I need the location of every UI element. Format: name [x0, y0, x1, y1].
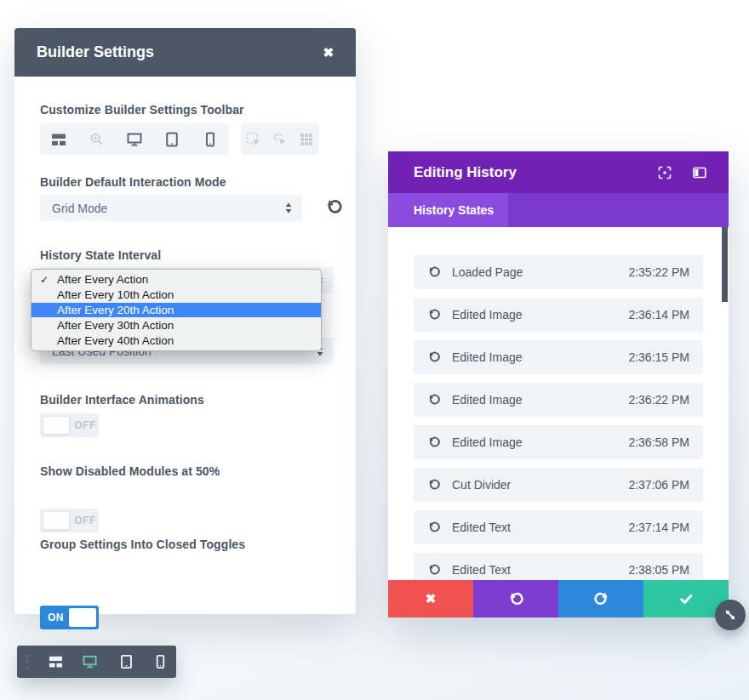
history-item-time: 2:37:06 PM [628, 478, 689, 492]
history-item-time: 2:35:22 PM [628, 265, 689, 279]
dropdown-option[interactable]: After Every 40th Action [31, 333, 321, 348]
click-mode-icon[interactable] [270, 129, 290, 150]
undo-icon [427, 435, 441, 449]
history-item[interactable]: Edited Text 2:38:05 PM [414, 553, 703, 580]
history-footer-actions: ✖ [388, 580, 729, 617]
history-item[interactable]: Edited Image 2:36:22 PM [414, 383, 703, 417]
animations-toggle-label: Builder Interface Animations [40, 393, 204, 407]
hover-mode-icon[interactable] [243, 129, 264, 150]
animations-toggle[interactable]: OFF [40, 413, 99, 437]
zoom-icon[interactable] [87, 129, 107, 150]
group-settings-toggle-label: Group Settings Into Closed Toggles [40, 538, 245, 551]
builder-settings-title: Builder Settings [37, 43, 154, 61]
history-item-time: 2:36:58 PM [628, 435, 689, 449]
dropdown-option[interactable]: ✓ After Every Action [31, 272, 321, 287]
discard-history-button[interactable]: ✖ [388, 580, 473, 617]
reset-interaction-mode-button[interactable] [325, 198, 343, 216]
history-item-label: Edited Image [452, 350, 523, 364]
expand-icon[interactable] [658, 166, 672, 179]
history-item[interactable]: Loaded Page 2:35:22 PM [414, 255, 703, 289]
interaction-mode-select[interactable]: Grid Mode [40, 195, 302, 221]
scrollbar-thumb[interactable] [722, 227, 728, 302]
tab-history-states[interactable]: History States [388, 193, 508, 227]
undo-icon [508, 591, 524, 607]
desktop-view-icon[interactable] [124, 129, 145, 150]
close-icon[interactable]: ✖ [323, 45, 334, 60]
redo-icon [593, 591, 609, 607]
history-item-label: Edited Text [452, 563, 511, 577]
check-icon [678, 591, 694, 606]
disabled-modules-toggle-label: Show Disabled Modules at 50% [40, 464, 220, 478]
editing-history-panel: Editing History History States Loaded Pa… [388, 151, 729, 617]
builder-settings-modal: Builder Settings ✖ Customize Builder Set… [14, 28, 356, 614]
history-item[interactable]: Edited Text 2:37:14 PM [414, 510, 703, 544]
toggle-state-label: OFF [71, 509, 99, 532]
toolbar-icon-group-1 [40, 123, 229, 155]
resize-panel-button[interactable] [715, 600, 746, 630]
responsive-preview-toolbar [17, 646, 176, 678]
tablet-view-icon[interactable] [119, 655, 134, 669]
toggle-knob [43, 416, 70, 435]
wireframe-view-icon[interactable] [49, 655, 63, 669]
phone-view-icon[interactable] [153, 655, 168, 669]
history-item-label: Loaded Page [452, 265, 523, 279]
editing-history-tabbar: History States [388, 193, 729, 227]
undo-icon [427, 521, 441, 534]
dropdown-option-highlighted[interactable]: After Every 20th Action [31, 303, 321, 318]
grid-mode-icon[interactable] [296, 129, 317, 150]
group-settings-toggle[interactable]: ON [40, 606, 99, 629]
history-item[interactable]: Edited Image 2:36:14 PM [414, 298, 703, 332]
history-item-time: 2:36:15 PM [628, 350, 689, 364]
history-item-time: 2:38:05 PM [628, 563, 689, 577]
builder-settings-header[interactable]: Builder Settings ✖ [14, 28, 356, 77]
close-icon: ✖ [426, 591, 437, 606]
history-item-time: 2:37:14 PM [628, 521, 689, 534]
history-item-label: Edited Text [452, 521, 511, 534]
check-icon: ✓ [40, 274, 49, 286]
drag-handle-icon[interactable] [24, 653, 31, 670]
history-item-label: Edited Image [452, 393, 523, 407]
dropdown-option[interactable]: After Every 10th Action [31, 287, 321, 303]
tablet-view-icon[interactable] [162, 129, 182, 150]
history-interval-label: History State Interval [40, 248, 161, 262]
undo-icon [427, 308, 441, 322]
editing-history-header[interactable]: Editing History [388, 151, 729, 193]
undo-icon [427, 478, 441, 492]
disabled-modules-toggle[interactable]: OFF [40, 509, 99, 532]
interaction-mode-label: Builder Default Interaction Mode [40, 175, 226, 189]
history-item[interactable]: Edited Image 2:36:15 PM [414, 340, 703, 374]
history-item[interactable]: Edited Image 2:36:58 PM [414, 425, 703, 459]
wireframe-view-icon[interactable] [49, 129, 69, 150]
toolbar-section-label: Customize Builder Settings Toolbar [40, 103, 244, 117]
history-item-time: 2:36:22 PM [628, 393, 689, 407]
history-interval-dropdown: ✓ After Every Action After Every 10th Ac… [31, 269, 322, 351]
dropdown-option[interactable]: After Every 30th Action [31, 317, 321, 333]
history-item-time: 2:36:14 PM [628, 308, 689, 322]
undo-button[interactable] [473, 580, 558, 617]
history-states-list: Loaded Page 2:35:22 PM Edited Image 2:36… [388, 227, 729, 580]
desktop-view-icon-active[interactable] [83, 655, 97, 669]
toggle-knob [69, 608, 96, 627]
toggle-state-label: ON [40, 606, 71, 629]
toggle-state-label: OFF [71, 413, 99, 437]
interaction-mode-value: Grid Mode [52, 202, 107, 215]
redo-button[interactable] [558, 580, 643, 617]
history-item[interactable]: Cut Divider 2:37:06 PM [414, 468, 703, 502]
dock-right-icon[interactable] [693, 166, 706, 179]
undo-icon [427, 265, 441, 279]
history-item-label: Cut Divider [452, 478, 511, 492]
resize-diagonal-icon [723, 608, 737, 622]
stepper-icon [285, 202, 292, 213]
divi-builder-screen: Builder Settings ✖ Customize Builder Set… [0, 0, 749, 700]
toolbar-icon-group-2 [241, 123, 319, 155]
history-item-label: Edited Image [452, 308, 523, 322]
undo-icon [427, 350, 441, 364]
toggle-knob [43, 511, 70, 530]
phone-view-icon[interactable] [200, 129, 220, 150]
editing-history-title: Editing History [414, 164, 517, 181]
undo-icon [427, 393, 441, 407]
history-item-label: Edited Image [452, 435, 523, 449]
undo-icon [427, 563, 441, 577]
